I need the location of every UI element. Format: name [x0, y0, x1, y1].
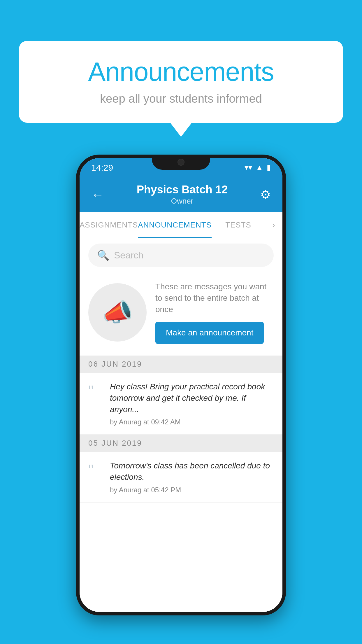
- quote-icon-2: ": [88, 461, 103, 479]
- back-button[interactable]: ←: [91, 187, 104, 202]
- announcement-content-1: Hey class! Bring your practical record b…: [110, 381, 274, 426]
- bubble-subtitle: keep all your students informed: [36, 92, 326, 105]
- tab-more[interactable]: ›: [265, 212, 282, 238]
- phone-notch: [152, 155, 210, 170]
- announcement-author-2: by Anurag at 05:42 PM: [110, 486, 274, 494]
- app-header: ← Physics Batch 12 Owner ⚙: [80, 177, 282, 212]
- make-announcement-button[interactable]: Make an announcement: [155, 322, 264, 344]
- content-area: 🔍 Search 📣 These are messages you want t…: [80, 238, 282, 612]
- promo-icon-circle: 📣: [88, 283, 147, 342]
- date-divider-2: 05 JUN 2019: [80, 435, 282, 452]
- search-container: 🔍 Search: [80, 238, 282, 272]
- date-divider-1: 06 JUN 2019: [80, 356, 282, 373]
- announcement-text-1: Hey class! Bring your practical record b…: [110, 381, 274, 415]
- promo-right: These are messages you want to send to t…: [155, 281, 274, 344]
- battery-icon: ▮: [267, 163, 271, 172]
- phone-wrapper: 14:29 ▾▾ ▲ ▮ ← Physics Batch 12 Owner ⚙: [76, 155, 286, 615]
- tab-tests[interactable]: TESTS: [212, 212, 265, 238]
- speech-bubble: Announcements keep all your students inf…: [19, 41, 343, 123]
- status-icons: ▾▾ ▲ ▮: [245, 163, 271, 172]
- tabs-bar: ASSIGNMENTS ANNOUNCEMENTS TESTS ›: [80, 212, 282, 238]
- header-subtitle: Owner: [137, 197, 228, 206]
- settings-button[interactable]: ⚙: [260, 188, 271, 201]
- phone-camera: [178, 159, 184, 166]
- tab-assignments[interactable]: ASSIGNMENTS: [80, 212, 138, 238]
- search-icon: 🔍: [97, 249, 109, 261]
- signal-icon: ▲: [256, 163, 263, 172]
- header-center: Physics Batch 12 Owner: [137, 183, 228, 206]
- announcement-item-2[interactable]: " Tomorrow's class has been cancelled du…: [80, 452, 282, 502]
- megaphone-icon: 📣: [102, 298, 133, 327]
- tab-announcements[interactable]: ANNOUNCEMENTS: [138, 212, 212, 238]
- status-time: 14:29: [91, 163, 113, 173]
- promo-card: 📣 These are messages you want to send to…: [80, 272, 282, 356]
- announcement-author-1: by Anurag at 09:42 AM: [110, 418, 274, 426]
- wifi-icon: ▾▾: [245, 163, 252, 172]
- search-placeholder: Search: [114, 250, 143, 261]
- announcement-content-2: Tomorrow's class has been cancelled due …: [110, 460, 274, 494]
- promo-description: These are messages you want to send to t…: [155, 281, 274, 315]
- quote-icon-1: ": [88, 382, 103, 400]
- phone-outer: 14:29 ▾▾ ▲ ▮ ← Physics Batch 12 Owner ⚙: [76, 155, 286, 615]
- phone-screen: 14:29 ▾▾ ▲ ▮ ← Physics Batch 12 Owner ⚙: [80, 158, 282, 612]
- speech-bubble-container: Announcements keep all your students inf…: [19, 41, 343, 123]
- announcement-text-2: Tomorrow's class has been cancelled due …: [110, 460, 274, 483]
- search-bar[interactable]: 🔍 Search: [88, 244, 274, 267]
- announcement-item-1[interactable]: " Hey class! Bring your practical record…: [80, 373, 282, 435]
- bubble-title: Announcements: [36, 57, 326, 87]
- header-title: Physics Batch 12: [137, 183, 228, 196]
